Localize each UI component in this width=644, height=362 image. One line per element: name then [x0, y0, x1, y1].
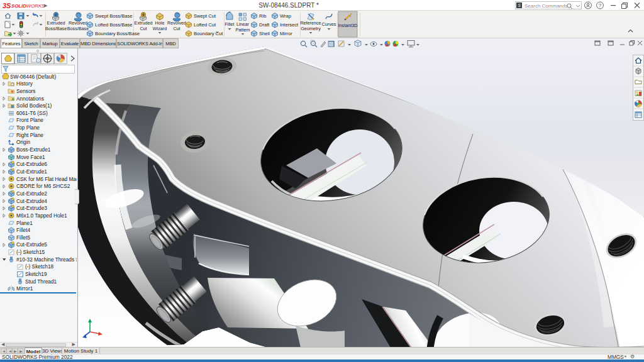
svg-text:Boundary Boss/Base: Boundary Boss/Base — [95, 31, 140, 36]
svg-text:Reference: Reference — [300, 20, 321, 26]
svg-text:Lofted Cut: Lofted Cut — [194, 22, 216, 28]
svg-text:Swept Boss/Base: Swept Boss/Base — [95, 13, 133, 19]
svg-text:Draft: Draft — [259, 22, 270, 28]
svg-text:Geometry: Geometry — [301, 26, 321, 31]
svg-text:Cut: Cut — [140, 26, 147, 31]
svg-text:Wizard: Wizard — [153, 26, 167, 31]
svg-text:Wrap: Wrap — [280, 13, 291, 19]
svg-text:Boss/Base: Boss/Base — [45, 26, 67, 31]
svg-text:▶: ▶ — [19, 349, 23, 353]
svg-text:▶: ▶ — [14, 349, 17, 353]
svg-text:Instant3D: Instant3D — [338, 23, 358, 28]
svg-text:?: ? — [599, 3, 602, 8]
svg-text:Intersect: Intersect — [280, 22, 299, 28]
svg-text:Extruded: Extruded — [135, 20, 153, 26]
svg-text:Linear: Linear — [236, 21, 250, 27]
svg-text:◄: ◄ — [2, 349, 6, 353]
svg-text:Lofted Boss/Base: Lofted Boss/Base — [95, 22, 133, 28]
svg-text:Curves: Curves — [322, 21, 336, 27]
svg-text:Extruded: Extruded — [47, 20, 65, 26]
svg-text:Cut: Cut — [173, 26, 180, 31]
svg-text:Revolved: Revolved — [69, 20, 87, 26]
svg-text:Fillet: Fillet — [225, 21, 234, 27]
svg-text:Shell: Shell — [259, 31, 270, 36]
svg-text:3S: 3S — [3, 2, 11, 9]
svg-text:Boundary Cut: Boundary Cut — [194, 31, 223, 36]
svg-text:Mirror: Mirror — [280, 31, 292, 36]
svg-text:Revolved: Revolved — [167, 20, 186, 26]
svg-text:Pattern: Pattern — [235, 27, 250, 33]
svg-text:Hole: Hole — [155, 20, 165, 26]
svg-text:Boss/Base: Boss/Base — [67, 26, 89, 31]
svg-text:◄: ◄ — [8, 349, 12, 353]
svg-text:Rib: Rib — [259, 13, 266, 19]
svg-text:SOLIDWORKS: SOLIDWORKS — [11, 3, 45, 9]
svg-text:Swept Cut: Swept Cut — [194, 13, 216, 19]
